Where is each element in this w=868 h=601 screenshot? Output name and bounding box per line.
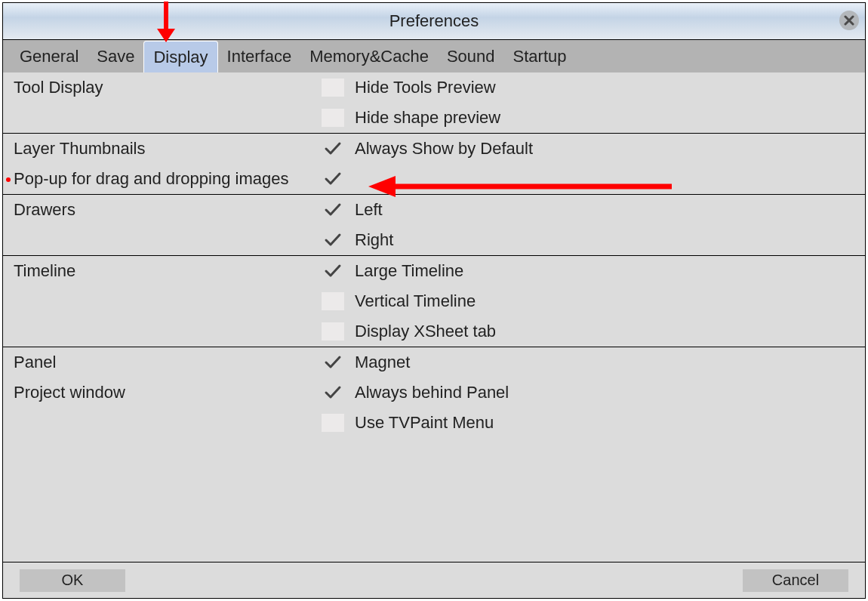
checkbox[interactable]	[322, 201, 344, 219]
option-label: Vertical Timeline	[355, 291, 476, 311]
check-icon	[324, 263, 342, 279]
checkbox[interactable]	[322, 79, 344, 97]
checkbox[interactable]	[322, 109, 344, 127]
tab-sound[interactable]: Sound	[438, 40, 504, 72]
option-row: Large Timeline	[322, 260, 865, 282]
option-row: Left	[322, 199, 865, 220]
tab-save[interactable]: Save	[88, 40, 143, 72]
tab-general[interactable]: General	[11, 40, 88, 72]
section-labels: Timeline	[14, 260, 322, 342]
option-label: Hide Tools Preview	[355, 78, 496, 97]
section-options: Large TimelineVertical TimelineDisplay X…	[322, 260, 865, 342]
option-label: Hide shape preview	[355, 108, 500, 128]
tab-memorycache[interactable]: Memory&Cache	[300, 40, 438, 72]
section-label: Layer Thumbnails	[14, 139, 145, 159]
option-label: Display XSheet tab	[355, 322, 496, 341]
check-icon	[324, 140, 342, 157]
section-options: Hide Tools PreviewHide shape preview	[322, 77, 865, 128]
ok-button[interactable]: OK	[20, 569, 125, 592]
section-options: MagnetAlways behind PanelUse TVPaint Men…	[322, 352, 865, 433]
option-row: Use TVPaint Menu	[322, 412, 865, 433]
cancel-button[interactable]: Cancel	[743, 569, 848, 592]
checkbox[interactable]	[322, 140, 344, 158]
tab-interface[interactable]: Interface	[218, 40, 301, 72]
section: Tool DisplayHide Tools PreviewHide shape…	[3, 72, 865, 133]
option-row: Always behind Panel	[322, 382, 865, 403]
tab-label: Sound	[447, 47, 495, 66]
section: DrawersLeftRight	[3, 194, 865, 255]
cancel-label: Cancel	[772, 572, 819, 589]
option-row: Vertical Timeline	[322, 291, 865, 312]
section: Layer ThumbnailsPop-up for drag and drop…	[3, 133, 865, 194]
section: PanelProject windowMagnetAlways behind P…	[3, 347, 865, 438]
tab-label: Save	[97, 47, 134, 66]
section-options: Always Show by Default	[322, 138, 865, 190]
section-label: Pop-up for drag and dropping images	[14, 169, 288, 189]
section-options: LeftRight	[322, 199, 865, 251]
option-label: Large Timeline	[355, 261, 463, 281]
section-label: Drawers	[14, 200, 75, 220]
section: TimelineLarge TimelineVertical TimelineD…	[3, 255, 865, 347]
checkbox[interactable]	[322, 353, 344, 371]
content-area: Tool DisplayHide Tools PreviewHide shape…	[3, 72, 865, 562]
check-icon	[324, 171, 342, 187]
option-label: Use TVPaint Menu	[355, 413, 494, 433]
checkbox[interactable]	[322, 384, 344, 402]
option-label: Always behind Panel	[355, 383, 509, 402]
tab-label: Startup	[513, 47, 567, 66]
section-labels: PanelProject window	[14, 352, 322, 433]
checkbox[interactable]	[322, 170, 344, 188]
section-label: Timeline	[14, 261, 75, 281]
checkbox[interactable]	[322, 322, 344, 341]
section-labels: Drawers	[14, 199, 322, 251]
check-icon	[324, 232, 342, 248]
bullet-indicator	[6, 177, 11, 182]
check-icon	[324, 202, 342, 218]
section-label-row: Layer Thumbnails	[14, 138, 322, 159]
section-label-row: Panel	[14, 352, 322, 373]
tab-label: Memory&Cache	[309, 47, 429, 66]
section-label: Panel	[14, 353, 56, 372]
section-label: Tool Display	[14, 78, 103, 97]
tab-startup[interactable]: Startup	[504, 40, 576, 72]
checkbox[interactable]	[322, 231, 344, 249]
section-labels: Tool Display	[14, 77, 322, 128]
option-label: Magnet	[355, 353, 410, 372]
checkbox[interactable]	[322, 262, 344, 280]
option-row: Always Show by Default	[322, 138, 865, 159]
option-label: Right	[355, 230, 393, 250]
checkbox[interactable]	[322, 292, 344, 310]
tab-label: Display	[153, 48, 208, 67]
preferences-window: Preferences GeneralSaveDisplayInterfaceM…	[2, 2, 866, 599]
tab-label: General	[20, 47, 78, 66]
option-row: Magnet	[322, 352, 865, 373]
tab-bar: GeneralSaveDisplayInterfaceMemory&CacheS…	[3, 39, 865, 72]
tab-label: Interface	[227, 47, 292, 66]
close-icon	[844, 11, 854, 30]
section-label-row: Tool Display	[14, 77, 322, 98]
checkbox[interactable]	[322, 414, 344, 432]
ok-label: OK	[62, 572, 84, 589]
titlebar: Preferences	[3, 3, 865, 39]
check-icon	[324, 384, 342, 401]
check-icon	[324, 354, 342, 371]
section-label-row: Project window	[14, 382, 322, 403]
window-title: Preferences	[389, 11, 479, 31]
section-label: Project window	[14, 383, 125, 402]
option-row: Right	[322, 230, 865, 251]
option-label: Left	[355, 200, 383, 220]
section-label-row: Timeline	[14, 260, 322, 282]
option-row	[322, 168, 865, 190]
option-row: Display XSheet tab	[322, 321, 865, 342]
section-label-row: Drawers	[14, 199, 322, 220]
tab-display[interactable]: Display	[143, 41, 217, 73]
option-label: Always Show by Default	[355, 139, 533, 159]
option-row: Hide shape preview	[322, 107, 865, 128]
close-button[interactable]	[839, 11, 859, 30]
section-labels: Layer ThumbnailsPop-up for drag and drop…	[14, 138, 322, 190]
option-row: Hide Tools Preview	[322, 77, 865, 98]
footer: OK Cancel	[3, 562, 865, 598]
section-label-row: Pop-up for drag and dropping images	[14, 168, 322, 190]
